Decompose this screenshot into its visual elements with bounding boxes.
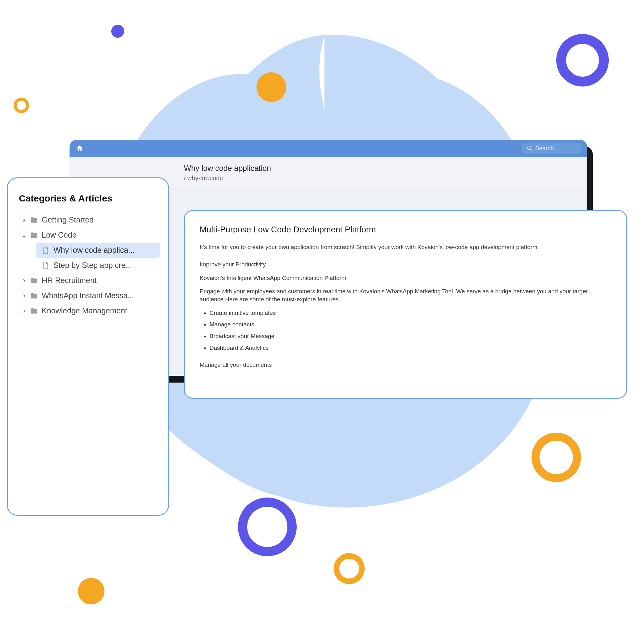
folder-icon <box>29 216 39 224</box>
tree-child-step-by-step[interactable]: Step by Step app cre... <box>36 258 160 273</box>
chevron-right-icon: › <box>20 216 28 224</box>
tree-child-label: Why low code applica... <box>53 246 135 255</box>
chevron-down-icon: ⌄ <box>20 231 28 239</box>
home-button[interactable] <box>76 144 84 152</box>
search-box[interactable] <box>522 143 581 154</box>
feature-item: Broadcast your Message <box>210 332 611 340</box>
deco-ring-indigo-large <box>556 34 609 87</box>
tree-item-label: Low Code <box>42 231 77 239</box>
deco-ring-orange-bottom <box>334 553 365 584</box>
sidebar-panel: Categories & Articles › Getting Started … <box>7 177 169 516</box>
folder-icon <box>29 231 39 239</box>
article-platform-line: Kovaion's Intelligent WhatsApp Communica… <box>200 274 611 282</box>
chevron-right-icon: › <box>20 307 28 315</box>
article-manage-docs: Manage all your documents <box>200 361 611 369</box>
article-card: Multi-Purpose Low Code Development Platf… <box>184 210 627 399</box>
deco-dot-orange-medium <box>256 72 286 102</box>
article-heading: Multi-Purpose Low Code Development Platf… <box>200 224 611 235</box>
deco-dot-orange-bottom-left <box>78 578 104 604</box>
folder-icon <box>29 292 39 300</box>
tree-item-low-code[interactable]: ⌄ Low Code <box>19 227 160 243</box>
app-bar <box>70 140 587 157</box>
article-engage: Engage with your employees and customers… <box>200 287 611 303</box>
tree-child-why-low-code[interactable]: Why low code applica... <box>36 243 160 258</box>
tree-item-hr-recruitment[interactable]: › HR Recruitment <box>19 273 160 288</box>
home-icon <box>76 144 84 152</box>
deco-ring-indigo-bottom <box>238 498 297 556</box>
folder-icon <box>29 277 39 285</box>
deco-dot-indigo-small <box>111 25 124 38</box>
feature-list: Create intuitive templates Manage contac… <box>210 309 611 352</box>
article-intro: It's time for you to create your own app… <box>200 243 611 251</box>
tree-item-label: Getting Started <box>42 215 94 224</box>
feature-item: Dashboard & Analytics <box>210 344 611 352</box>
page-title: Why low code application <box>184 164 575 173</box>
tree-item-getting-started[interactable]: › Getting Started <box>19 212 160 227</box>
search-input[interactable] <box>535 145 575 152</box>
article-productivity: Improve your Productivity <box>200 261 611 269</box>
sidebar-title: Categories & Articles <box>19 193 160 204</box>
tree-child-label: Step by Step app cre... <box>53 261 132 270</box>
feature-item: Manage contacts <box>210 320 611 328</box>
category-tree: › Getting Started ⌄ Low Code Why low cod… <box>19 212 160 318</box>
tree-item-label: Knowledge Management <box>42 306 127 315</box>
search-icon <box>527 145 533 151</box>
document-icon <box>41 261 50 269</box>
document-icon <box>41 246 50 254</box>
tree-item-whatsapp[interactable]: › WhatsApp Instant Messa... <box>19 288 160 303</box>
tree-item-label: WhatsApp Instant Messa... <box>42 291 134 300</box>
chevron-right-icon: › <box>20 277 28 285</box>
chevron-right-icon: › <box>20 292 28 300</box>
folder-icon <box>29 307 39 315</box>
page-slug: / why-lowcode <box>184 175 575 182</box>
feature-item: Create intuitive templates <box>210 309 611 317</box>
tree-item-knowledge-management[interactable]: › Knowledge Management <box>19 303 160 318</box>
deco-ring-orange-right <box>532 433 581 482</box>
deco-ring-orange-small <box>14 98 29 113</box>
tree-item-label: HR Recruitment <box>42 276 97 285</box>
